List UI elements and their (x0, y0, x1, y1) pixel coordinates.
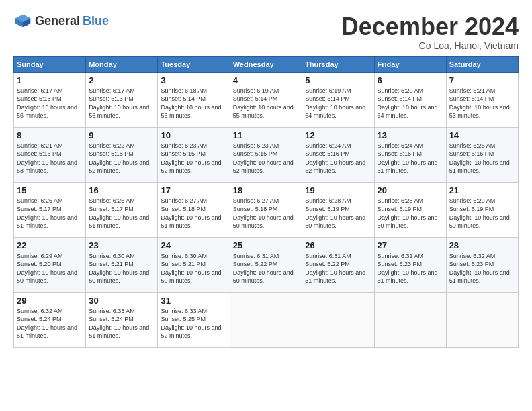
day-info: Sunrise: 6:21 AMSunset: 5:14 PMDaylight:… (449, 87, 515, 120)
calendar-row: 8Sunrise: 6:21 AMSunset: 5:15 PMDaylight… (14, 127, 519, 182)
day-info: Sunrise: 6:24 AMSunset: 5:16 PMDaylight:… (378, 142, 443, 175)
calendar-cell: 8Sunrise: 6:21 AMSunset: 5:15 PMDaylight… (14, 127, 86, 182)
day-number: 8 (17, 130, 83, 140)
day-number: 13 (378, 130, 443, 140)
calendar-cell: 13Sunrise: 6:24 AMSunset: 5:16 PMDayligh… (374, 127, 446, 182)
calendar-cell: 25Sunrise: 6:31 AMSunset: 5:22 PMDayligh… (230, 237, 302, 292)
day-info: Sunrise: 6:19 AMSunset: 5:14 PMDaylight:… (305, 87, 371, 120)
calendar-cell: 5Sunrise: 6:19 AMSunset: 5:14 PMDaylight… (302, 72, 374, 127)
header-thursday: Thursday (302, 56, 374, 72)
calendar-row: 15Sunrise: 6:25 AMSunset: 5:17 PMDayligh… (14, 182, 519, 237)
calendar-cell (446, 292, 518, 347)
calendar-cell (302, 292, 374, 347)
calendar-cell: 20Sunrise: 6:28 AMSunset: 5:19 PMDayligh… (374, 182, 446, 237)
day-info: Sunrise: 6:30 AMSunset: 5:21 PMDaylight:… (89, 252, 154, 285)
day-number: 29 (17, 295, 83, 306)
logo-general-text: General (35, 14, 80, 28)
day-info: Sunrise: 6:24 AMSunset: 5:16 PMDaylight:… (305, 142, 371, 175)
day-info: Sunrise: 6:31 AMSunset: 5:23 PMDaylight:… (378, 252, 443, 285)
day-number: 24 (161, 240, 226, 250)
day-number: 12 (305, 130, 371, 140)
day-number: 23 (89, 240, 154, 250)
day-info: Sunrise: 6:28 AMSunset: 5:19 PMDaylight:… (378, 197, 443, 230)
day-number: 11 (233, 130, 299, 140)
day-info: Sunrise: 6:25 AMSunset: 5:17 PMDaylight:… (17, 197, 83, 230)
day-number: 6 (378, 75, 443, 85)
day-number: 7 (449, 75, 515, 85)
calendar-cell: 16Sunrise: 6:26 AMSunset: 5:17 PMDayligh… (86, 182, 158, 237)
day-info: Sunrise: 6:27 AMSunset: 5:18 PMDaylight:… (233, 197, 299, 230)
day-number: 30 (89, 295, 154, 306)
day-info: Sunrise: 6:33 AMSunset: 5:24 PMDaylight:… (89, 307, 154, 340)
day-number: 1 (17, 75, 83, 85)
day-info: Sunrise: 6:29 AMSunset: 5:19 PMDaylight:… (449, 197, 515, 230)
day-number: 17 (161, 185, 226, 195)
calendar-cell: 28Sunrise: 6:32 AMSunset: 5:23 PMDayligh… (446, 237, 518, 292)
day-info: Sunrise: 6:28 AMSunset: 5:19 PMDaylight:… (305, 197, 371, 230)
header-friday: Friday (374, 56, 446, 72)
day-info: Sunrise: 6:32 AMSunset: 5:24 PMDaylight:… (17, 307, 83, 340)
calendar-cell: 23Sunrise: 6:30 AMSunset: 5:21 PMDayligh… (86, 237, 158, 292)
day-info: Sunrise: 6:30 AMSunset: 5:21 PMDaylight:… (161, 252, 226, 285)
day-number: 14 (449, 130, 515, 140)
day-number: 20 (378, 185, 443, 195)
logo-icon (13, 13, 32, 28)
calendar-cell: 19Sunrise: 6:28 AMSunset: 5:19 PMDayligh… (302, 182, 374, 237)
calendar-cell: 30Sunrise: 6:33 AMSunset: 5:24 PMDayligh… (86, 292, 158, 347)
header-saturday: Saturday (446, 56, 518, 72)
day-info: Sunrise: 6:25 AMSunset: 5:16 PMDaylight:… (449, 142, 515, 175)
calendar-cell: 1Sunrise: 6:17 AMSunset: 5:13 PMDaylight… (14, 72, 86, 127)
day-info: Sunrise: 6:31 AMSunset: 5:22 PMDaylight:… (233, 252, 299, 285)
day-number: 4 (233, 75, 299, 85)
calendar-cell: 15Sunrise: 6:25 AMSunset: 5:17 PMDayligh… (14, 182, 86, 237)
day-number: 3 (161, 75, 226, 85)
calendar-cell: 18Sunrise: 6:27 AMSunset: 5:18 PMDayligh… (230, 182, 302, 237)
title-section: December 2024 Co Loa, Hanoi, Vietnam (341, 13, 519, 51)
day-number: 15 (17, 185, 83, 195)
calendar-cell (230, 292, 302, 347)
calendar-cell: 14Sunrise: 6:25 AMSunset: 5:16 PMDayligh… (446, 127, 518, 182)
calendar-cell: 17Sunrise: 6:27 AMSunset: 5:18 PMDayligh… (158, 182, 230, 237)
day-info: Sunrise: 6:23 AMSunset: 5:15 PMDaylight:… (233, 142, 299, 175)
calendar-row: 22Sunrise: 6:29 AMSunset: 5:20 PMDayligh… (14, 237, 519, 292)
logo: General Blue (13, 13, 109, 28)
calendar-row: 1Sunrise: 6:17 AMSunset: 5:13 PMDaylight… (14, 72, 519, 127)
calendar-cell: 3Sunrise: 6:18 AMSunset: 5:14 PMDaylight… (158, 72, 230, 127)
calendar-cell: 22Sunrise: 6:29 AMSunset: 5:20 PMDayligh… (14, 237, 86, 292)
calendar-cell: 6Sunrise: 6:20 AMSunset: 5:14 PMDaylight… (374, 72, 446, 127)
calendar-cell: 24Sunrise: 6:30 AMSunset: 5:21 PMDayligh… (158, 237, 230, 292)
calendar-cell: 26Sunrise: 6:31 AMSunset: 5:22 PMDayligh… (302, 237, 374, 292)
day-info: Sunrise: 6:17 AMSunset: 5:13 PMDaylight:… (17, 87, 83, 120)
calendar-cell: 12Sunrise: 6:24 AMSunset: 5:16 PMDayligh… (302, 127, 374, 182)
day-number: 31 (161, 295, 226, 306)
day-info: Sunrise: 6:21 AMSunset: 5:15 PMDaylight:… (17, 142, 83, 175)
calendar-table: Sunday Monday Tuesday Wednesday Thursday… (13, 56, 519, 348)
day-number: 25 (233, 240, 299, 250)
calendar-cell: 4Sunrise: 6:19 AMSunset: 5:14 PMDaylight… (230, 72, 302, 127)
day-info: Sunrise: 6:31 AMSunset: 5:22 PMDaylight:… (305, 252, 371, 285)
day-number: 22 (17, 240, 83, 250)
day-number: 2 (89, 75, 154, 85)
day-info: Sunrise: 6:27 AMSunset: 5:18 PMDaylight:… (161, 197, 226, 230)
calendar-cell: 10Sunrise: 6:23 AMSunset: 5:15 PMDayligh… (158, 127, 230, 182)
page: General Blue December 2024 Co Loa, Hanoi… (0, 0, 532, 411)
header-sunday: Sunday (14, 56, 86, 72)
calendar-cell: 31Sunrise: 6:33 AMSunset: 5:25 PMDayligh… (158, 292, 230, 347)
day-number: 26 (305, 240, 371, 250)
calendar-cell: 11Sunrise: 6:23 AMSunset: 5:15 PMDayligh… (230, 127, 302, 182)
calendar-cell: 7Sunrise: 6:21 AMSunset: 5:14 PMDaylight… (446, 72, 518, 127)
day-number: 19 (305, 185, 371, 195)
calendar-cell (374, 292, 446, 347)
day-info: Sunrise: 6:19 AMSunset: 5:14 PMDaylight:… (233, 87, 299, 120)
calendar-header-row: Sunday Monday Tuesday Wednesday Thursday… (14, 56, 519, 72)
calendar-cell: 29Sunrise: 6:32 AMSunset: 5:24 PMDayligh… (14, 292, 86, 347)
calendar-row: 29Sunrise: 6:32 AMSunset: 5:24 PMDayligh… (14, 292, 519, 347)
calendar-cell: 9Sunrise: 6:22 AMSunset: 5:15 PMDaylight… (86, 127, 158, 182)
header-tuesday: Tuesday (158, 56, 230, 72)
day-number: 21 (449, 185, 515, 195)
day-number: 28 (449, 240, 515, 250)
day-info: Sunrise: 6:29 AMSunset: 5:20 PMDaylight:… (17, 252, 83, 285)
day-number: 18 (233, 185, 299, 195)
calendar-cell: 27Sunrise: 6:31 AMSunset: 5:23 PMDayligh… (374, 237, 446, 292)
day-number: 5 (305, 75, 371, 85)
